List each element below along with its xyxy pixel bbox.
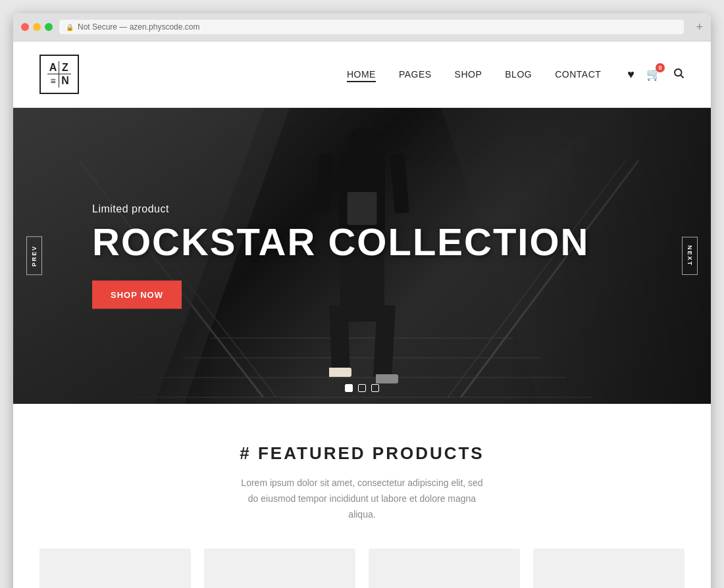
slider-dot-1[interactable] <box>345 384 353 392</box>
nav-link-blog[interactable]: BLOG <box>505 69 532 80</box>
nav-icons: ♥ 🛒 0 <box>627 67 685 82</box>
site-content: A Z ≡ N HOME PAGES SHOP <box>13 41 711 588</box>
wishlist-icon[interactable]: ♥ <box>627 68 634 82</box>
nav-link-home[interactable]: HOME <box>347 69 376 82</box>
slider-dots <box>345 384 379 392</box>
product-card-2[interactable] <box>204 549 355 588</box>
featured-section: # FEATURED PRODUCTS Lorem ipsum dolor si… <box>13 404 711 588</box>
cart-badge: 0 <box>656 63 665 72</box>
featured-products-description: Lorem ipsum dolor sit amet, consectetur … <box>237 476 487 522</box>
nav-item-blog[interactable]: BLOG <box>505 68 532 80</box>
hero-slider: Limited product ROCKSTAR COLLECTION SHOP… <box>13 108 711 404</box>
slider-prev-button[interactable]: PREV <box>26 237 42 276</box>
product-grid <box>39 549 685 588</box>
lock-icon: 🔒 <box>66 24 74 31</box>
hero-subtitle: Limited product <box>92 203 589 215</box>
nav-links: HOME PAGES SHOP BLOG CONTACT <box>347 68 601 80</box>
nav-item-pages[interactable]: PAGES <box>399 68 432 80</box>
logo-cell-n: N <box>59 74 71 87</box>
slider-dot-3[interactable] <box>371 384 379 392</box>
nav-link-shop[interactable]: SHOP <box>455 69 482 80</box>
slider-next-button[interactable]: NEXT <box>682 237 698 275</box>
site-logo[interactable]: A Z ≡ N <box>39 55 79 94</box>
slider-dot-2[interactable] <box>358 384 366 392</box>
hero-content: Limited product ROCKSTAR COLLECTION SHOP… <box>92 203 589 309</box>
nav-item-contact[interactable]: CONTACT <box>555 68 601 80</box>
logo-cell-z: Z <box>59 61 71 74</box>
product-card-3[interactable] <box>369 549 520 588</box>
site-nav: HOME PAGES SHOP BLOG CONTACT <box>347 67 685 82</box>
maximize-button[interactable] <box>45 23 53 31</box>
url-bar[interactable]: 🔒 Not Secure — azen.physcode.com <box>59 20 684 34</box>
nav-item-shop[interactable]: SHOP <box>455 68 482 80</box>
browser-window: 🔒 Not Secure — azen.physcode.com + A Z ≡… <box>13 13 711 588</box>
window-controls <box>21 23 53 31</box>
product-card-1[interactable] <box>39 549 191 588</box>
shop-now-button[interactable]: SHOP NOW <box>92 281 182 309</box>
svg-line-1 <box>681 75 683 78</box>
new-tab-button[interactable]: + <box>696 20 703 34</box>
url-text: Not Secure — azen.physcode.com <box>78 22 199 32</box>
minimize-button[interactable] <box>33 23 41 31</box>
logo-cell-eq: ≡ <box>47 74 59 87</box>
close-button[interactable] <box>21 23 29 31</box>
logo-cell-a: A <box>47 61 59 74</box>
featured-products-title: # FEATURED PRODUCTS <box>39 443 685 464</box>
product-card-4[interactable] <box>533 549 685 588</box>
search-icon[interactable] <box>673 67 685 82</box>
hero-title: ROCKSTAR COLLECTION <box>92 223 589 261</box>
nav-link-pages[interactable]: PAGES <box>399 69 432 80</box>
browser-chrome: 🔒 Not Secure — azen.physcode.com + <box>13 13 711 41</box>
nav-item-home[interactable]: HOME <box>347 68 376 80</box>
nav-link-contact[interactable]: CONTACT <box>555 69 601 80</box>
cart-icon[interactable]: 🛒 0 <box>646 67 661 82</box>
svg-point-0 <box>675 69 682 76</box>
site-header: A Z ≡ N HOME PAGES SHOP <box>13 41 711 108</box>
